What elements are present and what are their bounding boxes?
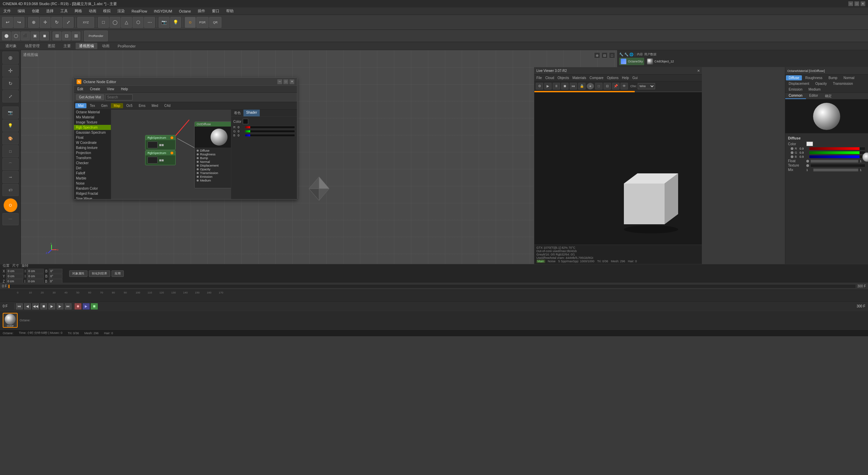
lv-menu-cloud[interactable]: Cloud [545,76,554,80]
rp-sub-tab-common[interactable]: Common [785,93,806,99]
transport-play[interactable]: ▶ [48,303,55,309]
ne-node-gaussian-spectrum[interactable]: Gaussian Spectrum [74,130,111,135]
viewport[interactable]: 通视图编 ⊕ ⊟ □ N Octane Node Editor ─ □ [21,50,617,264]
ne-node-noise[interactable]: Noise [74,181,111,186]
ne-tab-gen[interactable]: Gen [98,103,110,108]
ne-node-baking-texture[interactable]: Baking texture [74,145,111,150]
tb-light[interactable]: 💡 [170,17,181,28]
transport-to-end[interactable]: ⏭ [65,303,72,309]
rp-mix-slider[interactable] [813,168,859,172]
ne-max[interactable]: □ [283,79,288,84]
lv-menu-gui[interactable]: Gui [632,76,638,80]
node-rgb-spectrum-2[interactable]: RgbSpectrum ◼◼ [145,150,176,165]
menu-edit[interactable]: 编辑 [16,8,26,14]
menu-select[interactable]: 选择 [45,8,55,14]
tb2-5[interactable]: ◼ [40,32,49,40]
ne-node-mix-material[interactable]: Mix Material [74,115,111,120]
ne-close[interactable]: ✕ [290,79,294,84]
rp-texture-bar[interactable] [810,164,865,167]
view-tab-perspective[interactable]: 通视图编 [76,43,97,49]
menu-insydium[interactable]: INSYDIUM [153,8,174,14]
shader-tab-shader[interactable]: Shader [243,110,260,116]
ne-tab-mat[interactable]: Mat [75,103,86,108]
rp-tab-diffuse[interactable]: Diffuse [786,75,802,80]
lv-tb-pin[interactable]: 📌 [612,83,619,90]
rp-color-swatch[interactable] [806,141,813,146]
ne-menu-view[interactable]: View [105,87,116,92]
lv-tb-settings[interactable]: ⚙ [536,83,543,90]
lv-tb-lock[interactable]: 🔒 [578,83,586,90]
ne-node-checker[interactable]: Checker [74,160,111,166]
sb-dots[interactable]: ⋯ [2,213,19,225]
rp-float-slider[interactable] [810,159,859,163]
sb-primitive[interactable]: □ [2,145,19,157]
ne-node-rgb-spectrum[interactable]: Rgb Spectrum [74,125,111,130]
rp-tab-normal[interactable]: Normal [841,75,857,80]
menu-realflow[interactable]: RealFlow [130,8,149,14]
ne-tab-ems[interactable]: Ems [136,103,148,108]
view-tab-scene[interactable]: 场景管理 [21,43,43,49]
rp-tab-bump[interactable]: Bump [826,75,840,80]
lv-close[interactable]: ✕ [697,69,700,73]
ne-node-projection[interactable]: Projection [74,150,111,155]
transport-prev[interactable]: ◀ [24,303,31,309]
ne-node-octane-material[interactable]: Octane Material [74,110,111,115]
sb-move[interactable]: ✛ [2,64,19,77]
view-tab-objects[interactable]: 通对象 [2,43,20,49]
tb-select[interactable]: ⊕ [28,17,39,28]
shader-color-swatch[interactable] [243,119,248,124]
tb2-4[interactable]: ▣ [31,32,39,40]
tb-oct1[interactable]: O [185,17,196,28]
y-size-input[interactable] [27,274,44,279]
menu-help[interactable]: 帮助 [225,8,235,14]
transport-next[interactable]: ▶ [57,303,63,309]
tb-obj1[interactable]: □ [98,17,109,28]
lv-menu-objects[interactable]: Objects [557,76,569,80]
view-tab-main[interactable]: 主要 [60,43,74,49]
lv-tb-prev[interactable]: ⏮ [570,83,577,90]
lv-tb-pause[interactable]: ⏸ [553,83,560,90]
tb2-2[interactable]: ◯ [12,32,20,40]
lv-tb-sphere[interactable]: ● [587,83,594,90]
vp-ctrl-2[interactable]: ⊟ [601,52,608,58]
menu-window[interactable]: 窗口 [211,8,221,14]
tb-move[interactable]: ✛ [40,17,51,28]
rp-tab-opacity[interactable]: Opacity [813,81,830,86]
menu-mesh[interactable]: 网格 [73,8,83,14]
tb-undo[interactable]: ↩ [2,17,13,28]
mat-item-c4dobject[interactable]: C4dObject_12 [646,58,675,65]
mat-thumb-oct[interactable]: OctDif [3,313,18,328]
ne-node-transform[interactable]: Transform [74,155,111,160]
oct-transport-stop2[interactable]: ⏹ [91,303,98,309]
tb-obj2[interactable]: ◯ [110,17,120,28]
tb-qr[interactable]: QR [209,17,221,28]
rp-sub-tab-confirm[interactable]: 确定 [822,93,835,99]
ne-min[interactable]: ─ [277,79,282,84]
ne-node-dirt[interactable]: Dirt [74,166,111,171]
tb-psr[interactable]: PSR [196,17,209,28]
ne-node-w-coord[interactable]: W Coordinate [74,140,111,145]
node-rgb-spectrum-1[interactable]: RgbSpectrum ◼◼ [145,135,176,150]
menu-plugins[interactable]: 插件 [196,8,206,14]
node-editor-titlebar[interactable]: N Octane Node Editor ─ □ ✕ [74,78,297,86]
view-tab-prorender[interactable]: ProRender [114,43,139,49]
tb-scale[interactable]: ⤢ [63,17,74,28]
tb-obj4[interactable]: ⬡ [133,17,143,28]
ne-tab-tex[interactable]: Tex [87,103,98,108]
y-pos-input[interactable] [6,274,23,279]
vp-ctrl-1[interactable]: ⊕ [594,52,600,58]
x-pos-input[interactable] [6,269,23,273]
ne-menu-edit[interactable]: Edit [76,87,84,92]
menu-octane[interactable]: Octane [178,8,192,14]
ne-tab-med[interactable]: Med [149,103,161,108]
rp-g-slider[interactable] [809,151,865,154]
shader-tab-zhise[interactable]: 着色 [231,110,243,116]
timeline-end-frame[interactable]: 300 F [856,304,865,308]
node-rgb-swatch-1[interactable] [147,141,158,148]
minimize-btn[interactable]: ─ [848,1,853,6]
node-rgb-swatch-2[interactable] [147,157,158,164]
mat-item-octanesky[interactable]: OctaneSky [619,58,644,65]
rp-tab-medium[interactable]: Medium [806,87,824,92]
sb-material[interactable]: 🎨 [2,132,19,145]
view-tab-layer[interactable]: 图层 [44,43,59,49]
